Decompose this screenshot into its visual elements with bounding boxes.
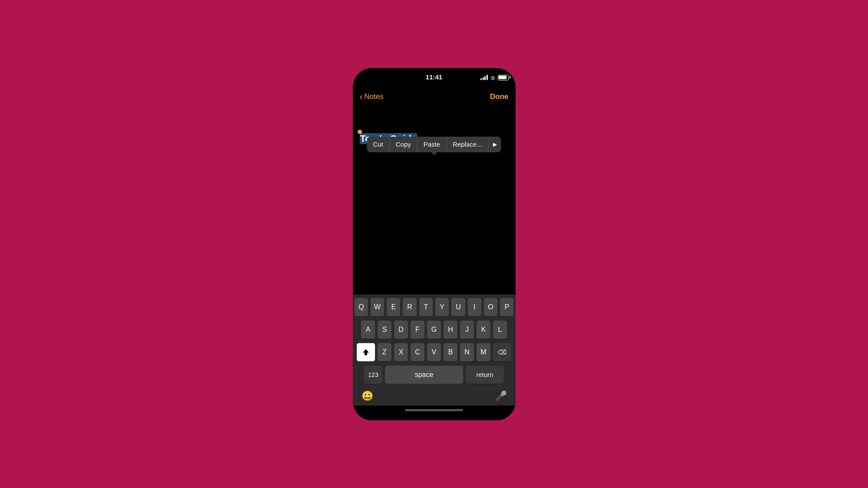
key-c[interactable]: C [411, 343, 424, 361]
key-j[interactable]: J [460, 321, 474, 339]
key-y[interactable]: Y [435, 298, 449, 316]
keyboard-row-1: Q W E R T Y U I O P [355, 298, 514, 316]
key-k[interactable]: K [477, 321, 490, 339]
home-indicator [353, 406, 516, 420]
key-h[interactable]: H [444, 321, 457, 339]
selection-handle-left [358, 130, 362, 134]
key-t[interactable]: T [419, 298, 433, 316]
emoji-button[interactable]: 😀 [362, 390, 373, 402]
key-f[interactable]: F [411, 321, 424, 339]
back-label: Notes [364, 92, 383, 101]
cut-button[interactable]: Cut [367, 137, 389, 152]
key-s[interactable]: S [378, 321, 391, 339]
done-button[interactable]: Done [490, 92, 509, 101]
key-a[interactable]: A [361, 321, 375, 339]
key-l[interactable]: L [493, 321, 507, 339]
keyboard: Q W E R T Y U I O P A S D F G H J K L [353, 295, 516, 386]
signal-icon [480, 75, 488, 80]
key-o[interactable]: O [484, 298, 497, 316]
key-q[interactable]: Q [355, 298, 368, 316]
wifi-icon: ⊜ [490, 74, 495, 81]
status-time: 11:41 [426, 73, 442, 80]
key-b[interactable]: B [444, 343, 457, 361]
status-bar: 11:41 ⊜ [353, 68, 516, 87]
keyboard-toolbar: 😀 🎤 [353, 386, 516, 406]
key-x[interactable]: X [394, 343, 408, 361]
backspace-key[interactable]: ⌫ [493, 343, 511, 361]
keyboard-row-4: 123 space return [355, 366, 514, 384]
keyboard-row-2: A S D F G H J K L [355, 321, 514, 339]
key-d[interactable]: D [394, 321, 408, 339]
status-icons: ⊜ [480, 74, 509, 81]
key-u[interactable]: U [451, 298, 465, 316]
key-i[interactable]: I [468, 298, 481, 316]
replace-button[interactable]: Replace... [447, 137, 489, 152]
home-bar [405, 409, 463, 411]
space-key[interactable]: space [385, 366, 463, 384]
battery-icon [498, 75, 509, 80]
paste-button[interactable]: Paste [418, 137, 447, 152]
microphone-button[interactable]: 🎤 [495, 390, 507, 402]
numbers-key[interactable]: 123 [364, 366, 382, 384]
key-e[interactable]: E [387, 298, 400, 316]
key-r[interactable]: R [403, 298, 416, 316]
key-n[interactable]: N [460, 343, 474, 361]
key-w[interactable]: W [371, 298, 384, 316]
key-z[interactable]: Z [378, 343, 391, 361]
return-key[interactable]: return [466, 366, 504, 384]
shift-key[interactable] [357, 343, 375, 361]
nav-bar: ‹ Notes Done [353, 87, 516, 106]
copy-button[interactable]: Copy [390, 137, 418, 152]
more-button[interactable]: ▶ [489, 137, 501, 152]
context-menu: Cut Copy Paste Replace... ▶ [367, 137, 501, 152]
key-g[interactable]: G [427, 321, 441, 339]
keyboard-row-3: Z X C V B N M ⌫ [355, 343, 514, 361]
chevron-left-icon: ‹ [360, 92, 363, 102]
key-v[interactable]: V [427, 343, 441, 361]
key-m[interactable]: M [477, 343, 490, 361]
back-button[interactable]: ‹ Notes [360, 92, 384, 102]
key-p[interactable]: P [500, 298, 513, 316]
